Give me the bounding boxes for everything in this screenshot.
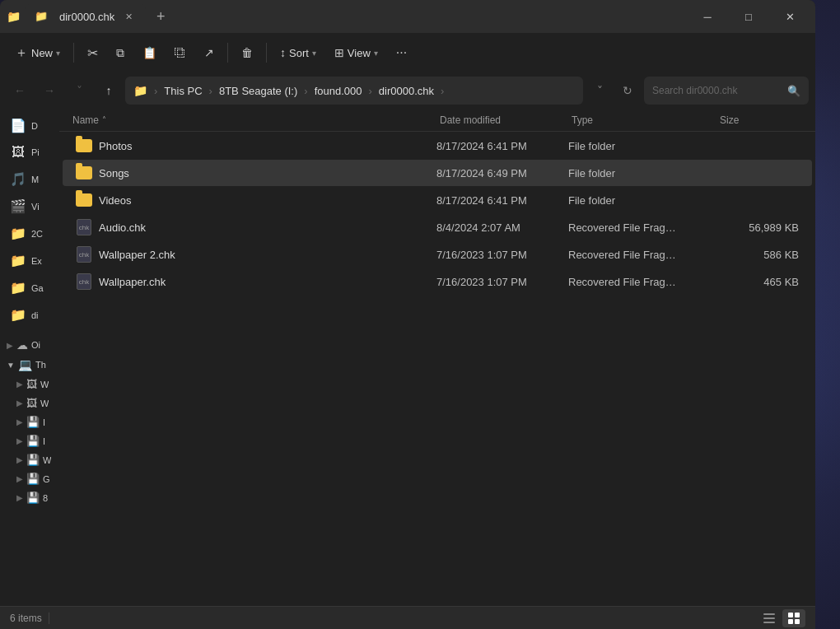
file-row-photos[interactable]: Photos 8/17/2024 6:41 PM File folder [63,133,812,159]
up-button[interactable]: ↑ [96,77,122,104]
cut-button[interactable]: ✂ [79,40,106,66]
search-box[interactable]: Search dir0000.chk 🔍 [644,77,809,105]
file-name-videos: Videos [99,194,436,207]
svg-rect-6 [795,619,800,624]
sidebar-section-g1[interactable]: ▶ 💾 G [0,469,59,488]
delete-button[interactable]: 🗑 [233,41,261,64]
sidebar-item-pi[interactable]: 🖼 Pi [3,140,56,165]
file-row-audio[interactable]: chk Audio.chk 8/4/2024 2:07 AM Recovered… [63,214,812,240]
share-icon: ↗ [204,46,214,59]
breadcrumb-dropdown-button[interactable]: ˅ [586,77,613,104]
share-button[interactable]: ↗ [196,41,222,64]
sidebar-item-m[interactable]: 🎵 M [3,166,56,192]
file-name-wallpaper: Wallpaper.chk [99,276,436,288]
breadcrumb-sep-1: › [209,85,212,97]
sidebar-section-i2[interactable]: ▶ 💾 I [0,431,59,450]
item-count: 6 items [10,613,42,624]
file-name-wallpaper2: Wallpaper 2.chk [99,249,436,261]
sidebar-icon-i1: 💾 [26,416,40,428]
file-row-wallpaper2[interactable]: chk Wallpaper 2.chk 7/16/2023 1:07 PM Re… [63,241,812,268]
sidebar-item-ex[interactable]: 📁 Ex [3,248,56,273]
expand-icon-w2: ▶ [16,398,23,408]
sidebar-section-i1[interactable]: ▶ 💾 I [0,412,59,431]
sidebar-item-2c[interactable]: 📁 2C [3,221,56,246]
svg-rect-0 [763,613,775,615]
list-view-button[interactable] [758,609,781,627]
search-placeholder: Search dir0000.chk [652,85,737,96]
new-label: New [31,47,53,59]
detail-view-button[interactable] [782,609,805,627]
sidebar-label-8: 8 [43,493,48,503]
refresh-button[interactable]: ↻ [614,77,641,104]
paste-button[interactable]: 📋 [134,41,165,64]
toolbar: ＋ New ▾ ✂ ⧉ 📋 ⿻ ↗ 🗑 ↕ Sort ▾ ⊞ [0,33,815,72]
search-icon: 🔍 [787,85,800,97]
sidebar-icon-w3: 💾 [26,454,40,466]
breadcrumb-found[interactable]: found.000 [311,83,366,99]
breadcrumb-sep-3: › [369,85,372,97]
sidebar-item-di[interactable]: 📁 di [3,302,56,328]
file-area: Name ˄ Date modified Type Size [59,109,815,606]
sidebar-icon-2c: 📁 [10,226,26,241]
file-type-wallpaper: Recovered File Frag… [568,276,716,288]
breadcrumb-dir[interactable]: dir0000.chk [376,83,437,99]
tab-close-button[interactable]: ✕ [121,9,136,24]
col-header-type[interactable]: Type [572,114,720,126]
address-bar: ← → ˅ ↑ 📁 › This PC › 8TB Seagate (I:) ›… [0,72,815,109]
sidebar-label-ex: Ex [31,256,42,266]
new-tab-button[interactable]: + [149,5,172,28]
sidebar-label-ga: Ga [31,283,44,293]
new-button[interactable]: ＋ New ▾ [7,40,68,67]
close-button[interactable]: ✕ [771,3,809,30]
sidebar-icon-oi: ☁ [16,338,28,352]
expand-icon-i1: ▶ [16,417,23,426]
file-name-songs: Songs [99,167,436,179]
sidebar-section-8[interactable]: ▶ 💾 8 [0,488,59,507]
new-icon: ＋ [15,44,28,62]
copy-button[interactable]: ⧉ [108,41,133,65]
new-dropdown-icon: ▾ [56,49,60,58]
maximize-button[interactable]: □ [730,3,768,30]
sidebar-icon-i2: 💾 [26,435,40,447]
sidebar-section-w1[interactable]: ▶ 🖼 W [0,375,59,394]
sidebar-section-w2[interactable]: ▶ 🖼 W [0,394,59,412]
back-button[interactable]: ← [7,77,33,104]
expand-icon-oi: ▶ [7,341,13,350]
active-tab[interactable]: 📁 dir0000.chk ✕ [25,4,146,29]
clone-button[interactable]: ⿻ [166,41,194,64]
expand-history-button[interactable]: ˅ [66,77,92,104]
file-name-audio: Audio.chk [99,221,436,234]
status-bar: 6 items [0,606,815,629]
forward-button[interactable]: → [36,77,63,104]
expand-icon-w3: ▶ [16,455,23,464]
folder-icon-songs [76,165,92,181]
file-type-videos: File folder [568,194,716,207]
col-header-modified[interactable]: Date modified [440,114,572,126]
breadcrumb-drive[interactable]: 8TB Seagate (I:) [216,83,301,99]
file-size-audio: 56,989 KB [716,221,799,234]
sidebar-section-oi[interactable]: ▶ ☁ Oi [0,335,59,355]
separator-3 [266,43,267,63]
file-row-videos[interactable]: Videos 8/17/2024 6:41 PM File folder [63,187,812,213]
file-row-songs[interactable]: Songs 8/17/2024 6:49 PM File folder [63,160,812,186]
more-button[interactable]: ··· [388,40,415,65]
sort-dropdown-icon: ▾ [312,49,316,58]
breadcrumb-thispc[interactable]: This PC [161,83,205,99]
expand-icon-g1: ▶ [16,474,23,483]
view-button[interactable]: ⊞ View ▾ [326,41,386,64]
minimize-button[interactable]: ─ [688,3,726,30]
sidebar-item-vi[interactable]: 🎬 Vi [3,193,56,219]
file-modified-songs: 8/17/2024 6:49 PM [436,167,568,179]
sidebar-section-th[interactable]: ▼ 💻 Th [0,355,59,375]
file-list: Photos 8/17/2024 6:41 PM File folder Son… [59,132,815,606]
sidebar-item-d[interactable]: 📄 D [3,113,56,138]
col-header-size[interactable]: Size [720,114,802,126]
breadcrumb-sep-4: › [441,85,444,97]
file-row-wallpaper[interactable]: chk Wallpaper.chk 7/16/2023 1:07 PM Reco… [63,268,812,295]
col-header-name[interactable]: Name ˄ [72,114,440,126]
sort-button[interactable]: ↕ Sort ▾ [272,41,324,64]
sidebar-label-oi: Oi [31,340,40,350]
sidebar-item-ga[interactable]: 📁 Ga [3,275,56,301]
file-modified-audio: 8/4/2024 2:07 AM [436,221,568,234]
sidebar-section-w3[interactable]: ▶ 💾 W [0,450,59,469]
